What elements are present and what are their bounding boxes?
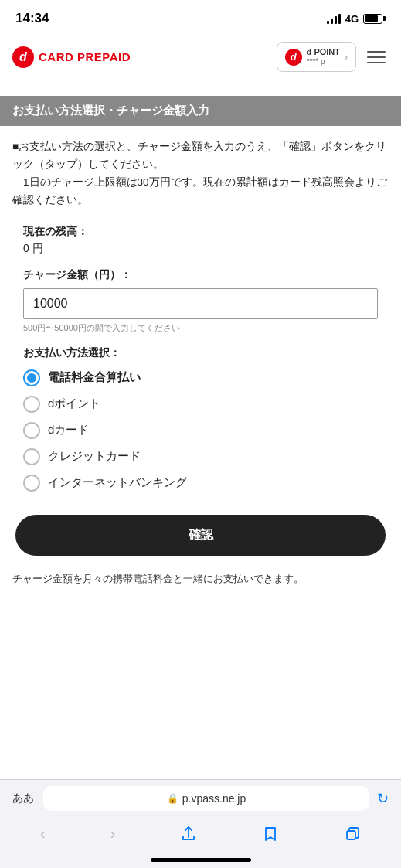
payment-option-dcard[interactable]: dカード [23,422,378,439]
confirm-button-wrap: 確認 [0,492,401,571]
header-right: d d POINT **** p › [277,42,389,72]
d-logo-icon: d [12,46,34,68]
radio-credit-outer [23,448,40,465]
radio-dcard-label: dカード [48,423,89,437]
refresh-icon[interactable]: ↻ [377,790,389,807]
payment-options: 電話料金合算払い dポイント dカード クレジットカード インターネットバンキン… [23,369,378,492]
charge-label: チャージ金額（円）： [23,268,378,282]
status-time: 14:34 [15,11,49,26]
radio-dpoint-label: dポイント [48,397,100,411]
dpoint-value: **** p [307,57,340,66]
aa-text[interactable]: ああ [12,791,36,805]
lock-icon: 🔒 [167,793,178,804]
dpoint-label: d POINT [307,47,340,57]
dpoint-d-icon: d [285,49,302,66]
description-text: ■お支払い方法の選択と、チャージ金額を入力のうえ、「確認」ボタンをクリック（タッ… [0,138,401,209]
bottom-note: チャージ金額を月々の携帯電話料金と一緒にお支払いできます。 [0,571,401,603]
payment-option-dpoint[interactable]: dポイント [23,396,378,413]
charge-field: チャージ金額（円）： 500円〜50000円の間で入力してください [0,268,401,334]
payment-section: お支払い方法選択： 電話料金合算払い dポイント dカード [0,346,401,492]
url-text: p.vpass.ne.jp [182,792,246,805]
payment-label: お支払い方法選択： [23,346,378,360]
radio-bank-label: インターネットバンキング [48,475,187,490]
hamburger-line [367,56,386,58]
description-line1: ■お支払い方法の選択と、チャージ金額を入力のうえ、「確認」ボタンをクリック（タッ… [12,141,386,170]
charge-hint: 500円〜50000円の間で入力してください [23,322,378,334]
network-label: 4G [345,13,359,25]
payment-option-credit[interactable]: クレジットカード [23,448,378,465]
balance-label: 現在の残高： [23,225,378,239]
app-header: d CARD PREPAID d d POINT **** p › [0,34,401,80]
main-content: お支払い方法選択・チャージ金額入力 ■お支払い方法の選択と、チャージ金額を入力の… [0,96,401,618]
dpoint-button[interactable]: d d POINT **** p › [277,42,356,72]
svg-rect-0 [347,831,355,839]
status-icons: 4G [327,13,386,25]
radio-phone-inner [27,373,36,383]
url-bar[interactable]: 🔒 p.vpass.ne.jp [43,786,369,811]
radio-bank-outer [23,475,40,492]
bookmarks-button[interactable] [256,822,285,846]
dpoint-chevron-icon: › [345,52,348,63]
radio-dcard-outer [23,422,40,439]
share-button[interactable] [174,822,203,846]
app-logo-text: CARD PREPAID [39,50,131,63]
section-title: お支払い方法選択・チャージ金額入力 [0,96,401,126]
hamburger-line [367,62,386,63]
forward-button[interactable]: › [104,822,122,846]
payment-option-phone[interactable]: 電話料金合算払い [23,369,378,386]
radio-credit-label: クレジットカード [48,449,141,464]
description-line2: 1日のチャージ上限額は30万円です。現在の累計額はカード残高照会よりご確認くださ… [12,176,387,206]
back-button[interactable]: ‹ [34,822,52,846]
confirm-button[interactable]: 確認 [15,515,386,556]
payment-option-bank[interactable]: インターネットバンキング [23,475,378,492]
charge-input[interactable] [23,288,378,319]
radio-phone-label: 電話料金合算払い [48,370,141,385]
balance-value: 0 円 [23,242,378,256]
browser-nav-bar: ‹ › [0,817,401,858]
battery-icon [363,14,386,24]
hamburger-line [367,51,386,53]
signal-icon [327,13,341,24]
browser-bar: ああ 🔒 p.vpass.ne.jp ↻ ‹ › [0,779,401,868]
dpoint-info: d POINT **** p [307,47,340,66]
balance-field: 現在の残高： 0 円 [0,225,401,256]
status-bar: 14:34 4G [0,0,401,34]
tabs-button[interactable] [338,822,367,846]
hamburger-menu[interactable] [364,48,389,66]
radio-dpoint-outer [23,396,40,413]
home-indicator [151,858,251,862]
address-bar: ああ 🔒 p.vpass.ne.jp ↻ [0,780,401,817]
app-logo: d CARD PREPAID [12,46,131,68]
radio-phone-outer [23,369,40,386]
